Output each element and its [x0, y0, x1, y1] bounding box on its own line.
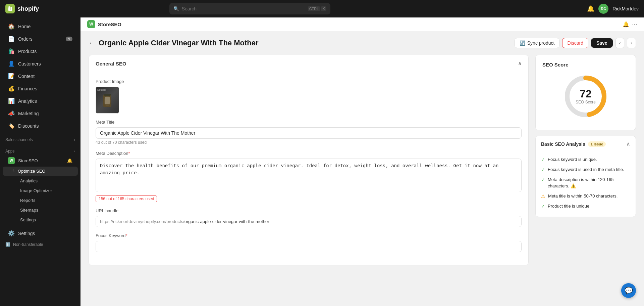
notification-bell-icon[interactable]: 🔔: [587, 5, 594, 12]
prev-nav-button[interactable]: ‹: [615, 38, 625, 48]
store-seo-label: StoreSEO: [18, 158, 38, 163]
product-image: Diluted: [96, 87, 119, 114]
url-handle-field: URL handle https://rickmortdev.myshopify…: [96, 208, 522, 227]
finances-icon: 💰: [8, 85, 15, 92]
sidebar-item-marketing[interactable]: 📣 Marketing: [3, 107, 78, 119]
analytics-icon: 📊: [8, 98, 15, 104]
two-column-layout: General SEO ∧ Product Image Diluted: [89, 55, 636, 265]
collapse-icon[interactable]: ∧: [518, 60, 522, 67]
marketing-icon: 📣: [8, 110, 15, 117]
collapse-analysis-icon[interactable]: ∧: [626, 141, 630, 147]
seo-item-text-2: Meta description is within 120-165 chara…: [548, 177, 630, 189]
char-count-box: 156 out of 165 characters used: [96, 193, 522, 202]
sidebar-item-settings[interactable]: ⚙️ Settings: [3, 227, 78, 239]
side-column: SEO Score: [535, 55, 636, 217]
sales-channels-section[interactable]: Sales channels ›: [0, 135, 80, 143]
sidebar-sub-settings[interactable]: Settings: [3, 215, 78, 224]
main-column: General SEO ∧ Product Image Diluted: [89, 55, 529, 265]
app-logo: W: [87, 20, 95, 28]
product-image-field: Product Image Diluted: [96, 79, 522, 114]
sidebar-item-label: Products: [18, 49, 37, 54]
seo-analysis-header[interactable]: Basic SEO Analysis 1 Issue ∧: [536, 136, 636, 152]
sidebar-sub-reports[interactable]: Reports: [3, 196, 78, 205]
orders-icon: 📄: [8, 36, 15, 42]
back-button[interactable]: ←: [89, 40, 95, 47]
general-seo-header[interactable]: General SEO ∧: [89, 55, 528, 72]
issue-badge: 1 Issue: [588, 141, 606, 147]
sync-icon: 🔄: [520, 40, 525, 46]
app-title: StoreSEO: [98, 21, 121, 27]
search-icon: 🔍: [173, 6, 179, 11]
general-seo-card: General SEO ∧ Product Image Diluted: [89, 55, 529, 265]
seo-score-title: SEO Score: [542, 62, 629, 68]
sidebar: 🏠 Home 📄 Orders 9 🛍️ Products 👤 Customer…: [0, 17, 80, 306]
sidebar-item-discounts[interactable]: 🏷️ Discounts: [3, 120, 78, 132]
search-kbd: CTRL K: [308, 6, 326, 11]
search-bar[interactable]: 🔍 CTRL K: [169, 3, 330, 14]
info-icon: ℹ️: [5, 242, 10, 247]
page-title: Organic Apple Cider Vinegar With The Mot…: [99, 39, 511, 47]
sales-channels-label: Sales channels: [5, 137, 33, 142]
url-handle-input[interactable]: https://rickmortdev.myshopify.com/produc…: [96, 216, 522, 227]
sidebar-item-label: Finances: [18, 86, 37, 91]
search-input[interactable]: [182, 6, 305, 11]
sidebar-item-finances[interactable]: 💰 Finances: [3, 83, 78, 94]
sidebar-sub-sitemaps[interactable]: Sitemaps: [3, 206, 78, 215]
product-image-inner: Diluted: [96, 87, 119, 113]
check-icon-1: ✓: [541, 167, 545, 172]
url-handle-label: URL handle: [96, 208, 522, 213]
meta-title-input[interactable]: [96, 127, 522, 139]
sidebar-item-label: Home: [18, 24, 31, 29]
meta-description-input[interactable]: Discover the health benefits of our prem…: [96, 159, 522, 192]
page-title-row: ← Organic Apple Cider Vinegar With The M…: [89, 38, 636, 48]
non-transferable-label: ℹ️ Non-transferable: [0, 239, 80, 250]
apps-section[interactable]: Apps ›: [0, 146, 80, 155]
seo-item-text-4: Product title is unique.: [548, 203, 591, 209]
sidebar-item-customers[interactable]: 👤 Customers: [3, 58, 78, 70]
focus-keyword-input[interactable]: [96, 241, 522, 252]
focus-keyword-field: Focus Keyword*: [96, 233, 522, 252]
sidebar-sub-image-optimizer[interactable]: Image Optimizer: [3, 186, 78, 195]
app-more-icon[interactable]: ⋯: [632, 21, 637, 28]
meta-description-field: Meta Description* Discover the health be…: [96, 151, 522, 202]
sidebar-item-home[interactable]: 🏠 Home: [3, 20, 78, 32]
orders-badge: 9: [66, 37, 72, 41]
shopify-wordmark: shopify: [17, 5, 39, 12]
seo-score-value: 72: [576, 88, 596, 99]
username-label: RickMortdev: [612, 6, 639, 11]
meta-description-label: Meta Description*: [96, 151, 522, 156]
product-image-tag: Diluted: [97, 88, 106, 91]
app-bell-icon[interactable]: 🔔: [623, 21, 629, 28]
char-count-text: 156 out of 165 characters used: [96, 195, 157, 202]
sidebar-item-optimize-seo[interactable]: └ Optimize SEO: [3, 167, 78, 176]
seo-items-list: ✓ Focus keyword is unique. ✓ Focus keywo…: [536, 152, 636, 217]
sidebar-sub-analytics[interactable]: Analytics: [3, 176, 78, 185]
seo-item-text-3: Meta title is within 50-70 characters.: [548, 193, 618, 199]
sidebar-item-products[interactable]: 🛍️ Products: [3, 45, 78, 57]
store-seo-bell-icon[interactable]: 🔔: [67, 158, 72, 163]
meta-title-field: Meta Title 43 out of 70 characters used: [96, 120, 522, 145]
meta-title-label: Meta Title: [96, 120, 522, 125]
sidebar-item-content[interactable]: 📝 Content: [3, 70, 78, 82]
dot-icon: └: [12, 169, 14, 173]
chat-bubble-button[interactable]: 💬: [621, 283, 636, 298]
settings-icon: ⚙️: [8, 230, 15, 236]
discard-button[interactable]: Discard: [562, 38, 588, 48]
sync-product-button[interactable]: 🔄 Sync product: [515, 38, 560, 48]
seo-score-card: SEO Score: [535, 55, 636, 130]
sidebar-item-label: Content: [18, 74, 35, 79]
sidebar-item-orders[interactable]: 📄 Orders 9: [3, 33, 78, 45]
sidebar-item-store-seo[interactable]: W StoreSEO 🔔: [3, 155, 78, 166]
sidebar-item-label: Analytics: [18, 98, 37, 104]
seo-analysis-title: Basic SEO Analysis 1 Issue: [541, 141, 606, 147]
shopify-bag-icon: [5, 4, 15, 13]
apps-label: Apps: [5, 149, 14, 154]
save-button[interactable]: Save: [591, 38, 613, 48]
seo-donut: 72 SEO Score: [542, 73, 629, 120]
seo-score-label: SEO Score: [576, 100, 596, 104]
sidebar-item-analytics[interactable]: 📊 Analytics: [3, 95, 78, 107]
next-nav-button[interactable]: ›: [627, 38, 636, 48]
url-slug: organic-apple-cider-vinegar-with-the-mot…: [184, 219, 269, 224]
settings-label: Settings: [18, 231, 35, 236]
avatar: RC: [598, 4, 608, 14]
